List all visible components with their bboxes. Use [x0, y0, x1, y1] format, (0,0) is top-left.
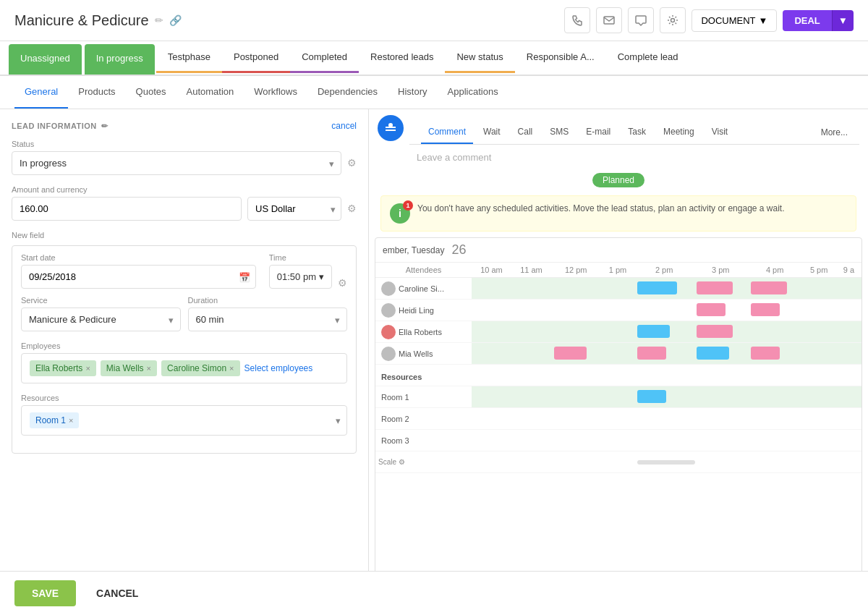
- comment-tab-meeting[interactable]: Meeting: [656, 121, 702, 144]
- table-row: Heidi Ling: [375, 300, 861, 321]
- svg-point-4: [388, 123, 393, 127]
- new-field-group: New field Start date 📅 Time 01:50 p: [12, 231, 357, 454]
- settings-header-button[interactable]: [660, 7, 686, 33]
- status-postponed[interactable]: Postponed: [222, 43, 290, 73]
- date-settings-icon[interactable]: ⚙: [338, 277, 347, 289]
- comment-tab-comment[interactable]: Comment: [421, 121, 473, 144]
- lead-info-cancel[interactable]: cancel: [331, 121, 357, 131]
- status-new[interactable]: New status: [445, 43, 514, 73]
- comment-input[interactable]: Leave a comment: [409, 145, 859, 170]
- cal-attendees-header: Attendees: [375, 263, 472, 278]
- comment-tab-call[interactable]: Call: [511, 121, 540, 144]
- remove-room1-button[interactable]: ×: [69, 416, 73, 425]
- resources-group: Resources Room 1 × ▾: [21, 394, 347, 436]
- comment-tab-task[interactable]: Task: [621, 121, 653, 144]
- resources-header-label: Resources: [375, 365, 472, 386]
- save-button[interactable]: SAVE: [14, 580, 76, 606]
- employees-container: Ella Roberts × Mia Wells × Caroline Simo…: [21, 353, 347, 383]
- table-row: Room 3: [375, 430, 861, 451]
- comment-placeholder: Leave a comment: [417, 152, 491, 163]
- cal-date-label: ember, Tuesday: [383, 245, 444, 255]
- start-date-input[interactable]: [21, 265, 256, 289]
- main-content: LEAD INFORMATION ✏ cancel Status In prog…: [0, 109, 868, 594]
- remove-mia-button[interactable]: ×: [147, 364, 151, 373]
- status-testphase[interactable]: Testphase: [156, 43, 222, 73]
- comment-tab-sms[interactable]: SMS: [542, 121, 576, 144]
- comment-more[interactable]: More...: [821, 127, 848, 137]
- email-button[interactable]: [596, 7, 622, 33]
- chat-button[interactable]: [628, 7, 654, 33]
- status-in-progress[interactable]: In progress: [85, 44, 155, 75]
- tab-products[interactable]: Products: [68, 76, 125, 109]
- duration-group: Duration 60 min ▾: [188, 296, 348, 331]
- status-select[interactable]: In progress: [12, 151, 341, 175]
- deal-button-group: DEAL ▼: [783, 10, 854, 31]
- comment-tab-email[interactable]: E-mail: [579, 121, 618, 144]
- currency-select[interactable]: US Dollar: [247, 197, 341, 221]
- table-row: Caroline Si...: [375, 278, 861, 300]
- service-duration-row: Service Manicure & Pedicure ▾ Duration: [21, 296, 347, 342]
- status-settings-icon[interactable]: ⚙: [347, 157, 357, 169]
- status-row: In progress ▾ ⚙: [12, 151, 357, 175]
- link-icon[interactable]: 🔗: [169, 14, 182, 26]
- info-icon: i 1: [390, 203, 410, 224]
- tab-workflows[interactable]: Workflows: [244, 76, 307, 109]
- user-avatar: [378, 115, 404, 141]
- cal-1pm: 1 pm: [600, 263, 634, 278]
- attendee-ella: Ella Roberts: [375, 321, 472, 343]
- section-header: LEAD INFORMATION ✏ cancel: [12, 121, 357, 131]
- tab-dependencies[interactable]: Dependencies: [307, 76, 388, 109]
- tab-general[interactable]: General: [14, 76, 68, 109]
- remove-caroline-button[interactable]: ×: [229, 364, 234, 373]
- status-unassigned[interactable]: Unassigned: [9, 44, 82, 75]
- remove-ella-button[interactable]: ×: [85, 364, 90, 373]
- cal-header: ember, Tuesday 26: [375, 238, 861, 263]
- amount-row: US Dollar ▾ ⚙: [12, 197, 357, 221]
- tab-history[interactable]: History: [388, 76, 437, 109]
- time-label: Time: [269, 253, 332, 262]
- resource-room2: Room 2: [375, 408, 472, 430]
- amount-input[interactable]: [12, 197, 242, 221]
- info-badge: 1: [403, 200, 413, 211]
- status-bar: Unassigned In progress Testphase Postpon…: [0, 41, 868, 76]
- resource-room1: Room 1: [375, 386, 472, 408]
- edit-icon[interactable]: ✏: [155, 14, 163, 26]
- calendar-container: ember, Tuesday 26 Attendees 10 am 11 am …: [375, 237, 862, 588]
- deal-dropdown-button[interactable]: ▼: [832, 10, 854, 31]
- cal-9a: 9 a: [836, 263, 861, 278]
- section-edit-icon[interactable]: ✏: [101, 122, 109, 131]
- duration-select[interactable]: 60 min: [188, 308, 348, 331]
- comment-tab-wait[interactable]: Wait: [476, 121, 508, 144]
- status-select-wrapper: In progress ▾: [12, 151, 341, 175]
- comment-tab-visit[interactable]: Visit: [705, 121, 735, 144]
- document-button[interactable]: DOCUMENT ▼: [692, 9, 777, 32]
- phone-button[interactable]: [564, 7, 590, 33]
- status-completed[interactable]: Completed: [290, 43, 359, 73]
- service-select[interactable]: Manicure & Pedicure: [21, 308, 181, 331]
- status-responsible[interactable]: Responsible A...: [515, 43, 606, 73]
- main-tabs: General Products Quotes Automation Workf…: [0, 76, 868, 109]
- date-time-row: Start date 📅 Time 01:50 pm ▾ ⚙: [21, 253, 347, 289]
- attendee-mia: Mia Wells: [375, 343, 472, 365]
- tab-automation[interactable]: Automation: [176, 76, 244, 109]
- tab-applications[interactable]: Applications: [438, 76, 509, 109]
- time-select[interactable]: 01:50 pm ▾: [269, 265, 332, 289]
- amount-settings-icon[interactable]: ⚙: [347, 203, 357, 214]
- tab-quotes[interactable]: Quotes: [126, 76, 176, 109]
- table-row: Mia Wells: [375, 343, 861, 365]
- cal-10am: 10 am: [472, 263, 511, 278]
- select-employees-link[interactable]: Select employees: [244, 363, 313, 373]
- comment-header-row: Comment Wait Call SMS E-mail Task Meetin…: [369, 109, 868, 170]
- employees-group: Employees Ella Roberts × Mia Wells × Car…: [21, 342, 347, 383]
- status-complete-lead[interactable]: Complete lead: [606, 43, 690, 73]
- amount-label: Amount and currency: [12, 185, 357, 194]
- resources-container: Room 1 × ▾: [21, 405, 347, 436]
- scale-settings-icon[interactable]: ⚙: [399, 458, 405, 466]
- header-title-group: Manicure & Pedicure ✏ 🔗: [14, 12, 182, 29]
- status-field-group: Status In progress ▾ ⚙: [12, 140, 357, 175]
- resources-header-row: Resources: [375, 365, 861, 386]
- resources-label: Resources: [21, 394, 347, 402]
- status-restored[interactable]: Restored leads: [359, 43, 445, 73]
- deal-button[interactable]: DEAL: [783, 10, 831, 31]
- cancel-button[interactable]: CANCEL: [85, 580, 150, 606]
